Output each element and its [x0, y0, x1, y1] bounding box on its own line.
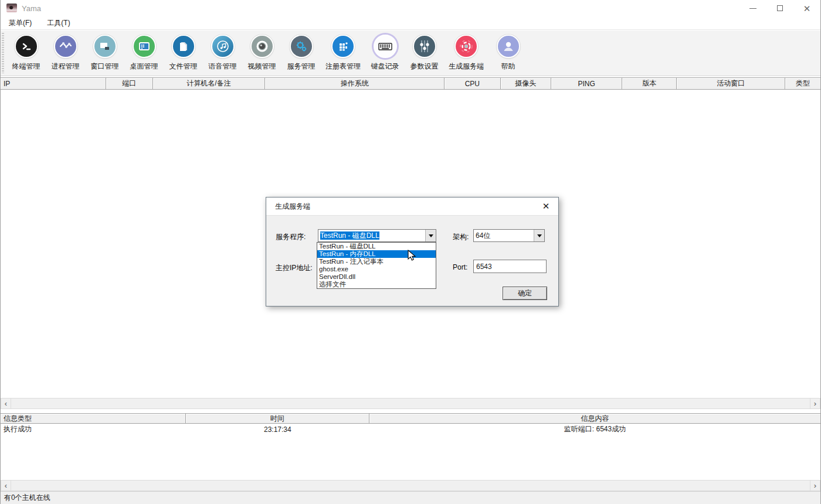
scroll-left-arrow[interactable]: ‹	[1, 399, 11, 408]
service-program-dropdown-list: TestRun - 磁盘DLL TestRun - 内存DLL TestRun …	[317, 242, 436, 289]
keyboard-icon	[374, 35, 397, 58]
service-program-combobox[interactable]: TestRun - 磁盘DLL	[318, 229, 436, 242]
sliders-icon	[413, 35, 436, 58]
minimize-button[interactable]	[739, 0, 766, 16]
app-icon	[6, 4, 17, 12]
windows-icon	[93, 35, 117, 58]
log-msg-type: 执行成功	[1, 424, 186, 434]
log-time: 23:17:34	[186, 424, 370, 434]
hosts-table-header: IP 端口 计算机名/备注 操作系统 CPU 摄像头 PING 版本 活动窗口 …	[1, 77, 820, 90]
arch-value: 64位	[474, 231, 534, 241]
dropdown-option[interactable]: TestRun - 注入记事本	[317, 258, 436, 265]
toolbar-desktop[interactable]: 桌面管理	[124, 33, 164, 71]
maximize-button[interactable]	[766, 0, 793, 16]
maximize-icon	[777, 5, 783, 11]
toolbar-settings[interactable]: 参数设置	[405, 33, 444, 71]
column-header-os[interactable]: 操作系统	[265, 78, 445, 89]
close-button[interactable]: ✕	[793, 0, 820, 16]
activity-icon	[54, 35, 77, 58]
person-icon	[497, 35, 520, 58]
toolbar-gripper	[2, 33, 4, 73]
dropdown-option[interactable]: ServerDll.dll	[317, 273, 436, 281]
toolbar-process[interactable]: 进程管理	[46, 33, 85, 71]
master-ip-label: 主控IP地址:	[276, 263, 313, 273]
toolbar-help[interactable]: 帮助	[488, 33, 528, 71]
column-header-cpu[interactable]: CPU	[445, 78, 501, 89]
menu-item-tools[interactable]: 工具(T)	[43, 17, 73, 29]
minimize-icon	[749, 8, 756, 9]
menu-item-file[interactable]: 菜单(F)	[5, 17, 35, 29]
app-window: Yama ✕ 菜单(F) 工具(T) 终端管理 进程管理	[0, 0, 821, 504]
chevron-down-icon	[429, 234, 433, 237]
dropdown-option[interactable]: TestRun - 磁盘DLL	[317, 243, 436, 250]
service-program-label: 服务程序:	[276, 232, 306, 242]
gears-icon	[290, 35, 313, 58]
status-text: 有0个主机在线	[4, 493, 50, 503]
toolbar-video[interactable]: 视频管理	[242, 33, 281, 71]
dropdown-option[interactable]: ghost.exe	[317, 265, 436, 273]
toolbar-registry[interactable]: 注册表管理	[321, 33, 365, 71]
column-header-msg-content[interactable]: 信息内容	[369, 414, 820, 423]
column-header-computer[interactable]: 计算机名/备注	[153, 78, 266, 89]
toolbar-services[interactable]: 服务管理	[281, 33, 321, 71]
port-label: Port:	[453, 263, 467, 271]
files-icon	[172, 35, 195, 58]
toolbar-build-server[interactable]: 生成服务端	[444, 33, 488, 71]
toolbar: 终端管理 进程管理 窗口管理 桌面管理 文件管理	[1, 30, 820, 76]
log-row[interactable]: 执行成功 23:17:34 监听端口: 6543成功	[1, 424, 820, 434]
scroll-right-arrow[interactable]: ›	[810, 481, 820, 491]
dropdown-option[interactable]: 选择文件	[317, 281, 436, 288]
arch-label: 架构:	[453, 232, 469, 242]
column-header-ping[interactable]: PING	[551, 78, 623, 89]
service-program-value: TestRun - 磁盘DLL	[320, 231, 379, 240]
status-bar: 有0个主机在线	[1, 491, 820, 504]
arch-combobox[interactable]: 64位	[473, 229, 545, 242]
log-msg-content: 监听端口: 6543成功	[369, 424, 820, 434]
toolbar-keylogger[interactable]: 键盘记录	[365, 33, 405, 71]
audio-icon	[211, 35, 235, 58]
desktop-icon	[133, 35, 156, 58]
scroll-right-arrow[interactable]: ›	[810, 399, 820, 408]
mouse-cursor-icon	[408, 250, 417, 264]
column-header-time[interactable]: 时间	[186, 414, 370, 423]
column-header-ip[interactable]: IP	[1, 78, 106, 89]
chevron-down-icon	[537, 234, 542, 237]
terminal-icon	[15, 35, 38, 58]
column-header-type[interactable]: 类型	[785, 78, 820, 89]
toolbar-audio[interactable]: 语音管理	[203, 33, 242, 71]
dropdown-option-selected[interactable]: TestRun - 内存DLL	[317, 250, 436, 258]
toolbar-window-mgmt[interactable]: 窗口管理	[85, 33, 124, 71]
column-header-active-window[interactable]: 活动窗口	[677, 78, 785, 89]
combo-dropdown-button[interactable]	[425, 230, 436, 241]
column-header-port[interactable]: 端口	[106, 78, 153, 89]
camera-eye-icon	[250, 35, 274, 58]
combo-dropdown-button[interactable]	[534, 230, 544, 241]
column-header-msg-type[interactable]: 信息类型	[1, 414, 186, 423]
scroll-left-arrow[interactable]: ‹	[1, 481, 11, 491]
log-table-header: 信息类型 时间 信息内容	[1, 413, 820, 424]
toolbar-files[interactable]: 文件管理	[164, 33, 203, 71]
ok-button[interactable]: 确定	[503, 287, 547, 300]
close-icon: ✕	[542, 201, 550, 212]
dialog-close-button[interactable]: ✕	[538, 200, 554, 213]
registry-icon	[331, 35, 355, 58]
title-bar: Yama ✕	[1, 0, 820, 16]
port-input[interactable]: 6543	[473, 260, 547, 273]
dialog-title: 生成服务端	[275, 202, 310, 212]
target-icon	[454, 35, 478, 58]
hosts-hscrollbar[interactable]: ‹ ›	[1, 398, 820, 409]
menu-bar: 菜单(F) 工具(T)	[1, 16, 820, 30]
column-header-version[interactable]: 版本	[622, 78, 677, 89]
dialog-title-bar: 生成服务端 ✕	[266, 197, 558, 216]
window-title: Yama	[22, 4, 41, 13]
column-header-camera[interactable]: 摄像头	[501, 78, 551, 89]
close-icon: ✕	[803, 4, 811, 13]
log-hscrollbar[interactable]: ‹ ›	[1, 480, 820, 491]
toolbar-terminal[interactable]: 终端管理	[6, 33, 46, 71]
